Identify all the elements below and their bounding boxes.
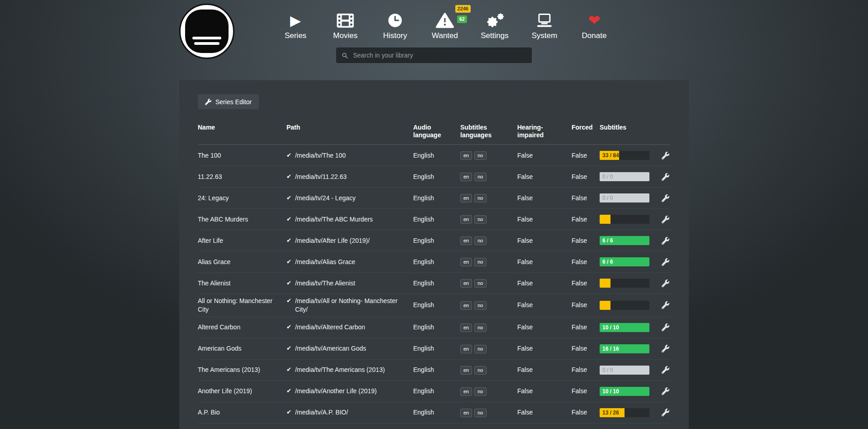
nav-movies[interactable]: Movies [326, 10, 365, 40]
nav-history[interactable]: History [376, 10, 415, 40]
subtitle-languages: enno [460, 323, 517, 332]
forced-value: False [572, 387, 600, 395]
nav-settings[interactable]: Settings [475, 10, 514, 40]
edit-series-wrench-icon[interactable] [662, 152, 669, 159]
series-name[interactable]: The 100 [198, 151, 286, 160]
series-name[interactable]: A.P. Bio [198, 408, 286, 417]
edit-series-wrench-icon[interactable] [662, 258, 669, 266]
subtitle-languages: enno [460, 344, 517, 353]
series-path-text: /media/tv/The ABC Murders [295, 215, 373, 224]
edit-series-wrench-icon[interactable] [662, 173, 669, 181]
table-row: The Americans (2013) ✔ /media/tv/The Ame… [198, 360, 670, 381]
language-chip: en [460, 323, 472, 332]
series-name[interactable]: After Life [198, 236, 286, 245]
language-chip: no [474, 173, 486, 181]
table-row: The Alienist ✔ /media/tv/The Alienist En… [198, 273, 670, 294]
subtitles-progress-label: 0 / 0 [602, 172, 613, 181]
series-path-text: /media/tv/After Life (2019)/ [295, 236, 370, 245]
subtitle-languages: enno [460, 215, 517, 224]
wanted-movies-count-badge: 62 [457, 15, 467, 23]
series-path: ✔ /media/tv/Another Life (2019) [286, 387, 413, 395]
edit-series-wrench-icon[interactable] [662, 194, 669, 202]
subtitles-progress [600, 215, 649, 224]
series-name[interactable]: 24: Legacy [198, 194, 286, 202]
series-name[interactable]: American Gods [198, 344, 286, 353]
series-name[interactable]: Another Life (2019) [198, 387, 286, 395]
series-editor-button[interactable]: Series Editor [198, 94, 259, 109]
subtitle-languages: enno [460, 236, 517, 245]
table-body: The 100 ✔ /media/tv/The 100 English enno… [198, 145, 670, 424]
forced-value: False [572, 236, 600, 245]
check-icon: ✔ [286, 344, 291, 353]
subtitles-progress: 0 / 0 [600, 172, 649, 181]
series-name[interactable]: All or Nothing: Manchester City [198, 297, 286, 314]
series-name[interactable]: 11.22.63 [198, 173, 286, 181]
edit-series-wrench-icon[interactable] [662, 366, 669, 374]
edit-series-wrench-icon[interactable] [662, 323, 669, 331]
audio-language: English [413, 301, 460, 309]
subtitles-progress-fill [600, 301, 610, 310]
nav-system[interactable]: System [525, 10, 564, 40]
column-header-forced: Forced [572, 124, 600, 139]
series-name[interactable]: The Alienist [198, 279, 286, 288]
edit-series-wrench-icon[interactable] [662, 237, 669, 245]
subtitles-progress-label: 6 / 6 [602, 257, 613, 266]
nav-series[interactable]: ▶ Series [276, 10, 315, 40]
subtitles-progress: 0 / 0 [600, 366, 649, 375]
nav-donate-label: Donate [582, 31, 607, 40]
hearing-impaired-value: False [517, 194, 572, 202]
logo-subtitle-line [194, 42, 219, 45]
nav-movies-label: Movies [333, 31, 358, 40]
check-icon: ✔ [286, 194, 291, 202]
subtitles-progress [600, 279, 649, 288]
language-chip: no [474, 345, 486, 353]
subtitles-progress [600, 301, 649, 310]
subtitle-languages: enno [460, 387, 517, 396]
table-row: All or Nothing: Manchester City ✔ /media… [198, 294, 670, 317]
edit-series-wrench-icon[interactable] [662, 280, 669, 287]
hearing-impaired-value: False [517, 173, 572, 181]
series-path: ✔ /media/tv/The 100 [286, 151, 413, 160]
check-icon: ✔ [286, 151, 291, 160]
column-header-path: Path [286, 124, 413, 139]
subtitle-languages: enno [460, 301, 517, 310]
audio-language: English [413, 151, 460, 160]
series-path: ✔ /media/tv/Alias Grace [286, 258, 413, 266]
series-name[interactable]: The Americans (2013) [198, 366, 286, 374]
subtitles-progress-label: 0 / 0 [602, 193, 613, 202]
edit-series-wrench-icon[interactable] [662, 387, 669, 395]
series-path: ✔ /media/tv/Altered Carbon [286, 323, 413, 332]
language-chip: en [460, 409, 472, 417]
hearing-impaired-value: False [517, 301, 572, 309]
language-chip: no [474, 258, 486, 266]
edit-series-wrench-icon[interactable] [662, 301, 669, 309]
search-input[interactable] [352, 51, 526, 59]
subtitle-languages: enno [460, 172, 517, 181]
wanted-series-count-badge: 2246 [455, 5, 471, 13]
table-row: Another Life (2019) ✔ /media/tv/Another … [198, 381, 670, 402]
check-icon: ✔ [286, 366, 291, 374]
subtitle-languages: enno [460, 257, 517, 266]
forced-value: False [572, 301, 600, 309]
nav-wanted[interactable]: 2246 62 Wanted [425, 10, 464, 40]
language-chip: no [474, 151, 486, 160]
series-path: ✔ /media/tv/After Life (2019)/ [286, 236, 413, 245]
edit-series-wrench-icon[interactable] [662, 216, 669, 223]
clock-icon [387, 10, 403, 31]
bazarr-logo[interactable] [179, 4, 234, 59]
column-header-subtitles-languages: Subtitles languages [460, 124, 517, 139]
audio-language: English [413, 387, 460, 395]
nav-donate[interactable]: ❤ Donate [575, 10, 614, 40]
hearing-impaired-value: False [517, 279, 572, 288]
language-chip: no [474, 409, 486, 417]
series-name[interactable]: The ABC Murders [198, 215, 286, 224]
subtitle-languages: enno [460, 193, 517, 202]
series-name[interactable]: Altered Carbon [198, 323, 286, 332]
language-chip: en [460, 279, 472, 288]
series-name[interactable]: Alias Grace [198, 258, 286, 266]
edit-series-wrench-icon[interactable] [662, 345, 669, 352]
bazarr-app: ▶ Series Movies [0, 0, 868, 429]
edit-series-wrench-icon[interactable] [662, 409, 669, 416]
subtitles-progress: 33 / 84 [600, 151, 649, 160]
check-icon: ✔ [286, 236, 291, 245]
